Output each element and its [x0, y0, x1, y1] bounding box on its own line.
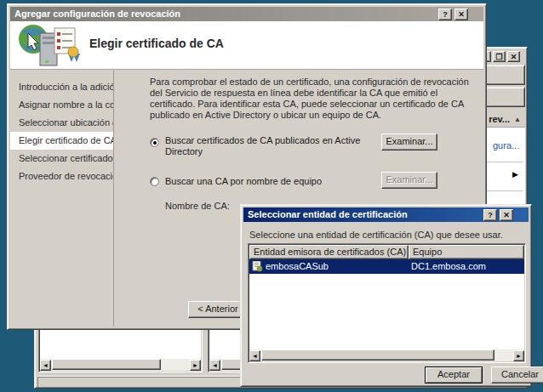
- sort-ascending-icon[interactable]: ▲: [514, 116, 521, 123]
- actions-pane-link[interactable]: gura...: [493, 140, 519, 151]
- actions-separator-2: [487, 190, 523, 191]
- cancel-button[interactable]: Cancelar: [491, 366, 543, 383]
- submenu-arrow-icon[interactable]: ▶: [512, 170, 518, 179]
- result-pane-left-hscrollbar[interactable]: ◄ ►: [40, 359, 201, 371]
- maximize-button[interactable]: ❐: [493, 51, 506, 62]
- wizard-sidebar: Introducción a la adició... Asignar nomb…: [10, 71, 114, 327]
- select-ca-instruction: Seleccione una entidad de certificación …: [249, 230, 503, 240]
- scroll-left-icon[interactable]: ◄: [209, 360, 220, 371]
- close-button[interactable]: ✕: [500, 209, 513, 221]
- actions-separator-1: [487, 162, 523, 162]
- back-button[interactable]: < Anterior: [188, 301, 248, 318]
- wizard-titlebar[interactable]: Agregar configuración de revocación: [10, 7, 483, 21]
- scroll-right-icon[interactable]: ►: [190, 360, 201, 371]
- close-button[interactable]: ✕: [507, 51, 520, 62]
- column-header-computer[interactable]: Equipo: [409, 245, 524, 259]
- radio-search-computer[interactable]: [150, 177, 159, 186]
- ca-list: Entidad emisora de certificados (CA) Equ…: [248, 243, 526, 363]
- select-ca-dialog: Seleccionar entidad de certificación ? ✕…: [240, 204, 532, 387]
- help-button[interactable]: ?: [483, 209, 497, 221]
- result-pane-left: ◄ ►: [38, 328, 203, 372]
- sidebar-item-proveedor[interactable]: Proveedor de revocación: [10, 168, 113, 185]
- column-header-ca[interactable]: Entidad emisora de certificados (CA): [249, 245, 409, 259]
- browse-ad-button[interactable]: Examinar...: [381, 134, 437, 151]
- help-button[interactable]: ?: [438, 9, 452, 20]
- wizard-title: Agregar configuración de revocación: [14, 9, 180, 19]
- close-button[interactable]: ✕: [454, 9, 468, 20]
- wizard-header: Elegir certificado de CA: [10, 21, 483, 70]
- ca-list-hscrollbar[interactable]: ◄ ►: [249, 349, 524, 361]
- browse-computer-button: Examinar...: [381, 172, 437, 189]
- scrollbar-thumb[interactable]: [261, 349, 494, 361]
- ca-list-row-selected[interactable]: embosaCASub DC1.embosa.com: [249, 259, 524, 274]
- radio-search-active-directory[interactable]: [150, 138, 159, 147]
- scroll-right-icon[interactable]: ►: [513, 350, 524, 361]
- sidebar-item-introduccion[interactable]: Introducción a la adició...: [10, 78, 113, 96]
- sidebar-item-asignar-nombre[interactable]: Asignar nombre a la co...: [10, 96, 113, 114]
- ca-computer-cell: DC1.embosa.com: [411, 259, 486, 274]
- ca-list-header: Entidad emisora de certificados (CA) Equ…: [249, 245, 524, 259]
- ca-name-cell: embosaCASub: [266, 259, 329, 274]
- ca-name-label: Nombre de CA:: [165, 201, 230, 211]
- ok-button[interactable]: Aceptar: [425, 366, 483, 383]
- sidebar-item-seleccionar-certificado[interactable]: Seleccionar certificado ...: [10, 150, 113, 168]
- page-title: Elegir certificado de CA: [89, 37, 224, 50]
- certificate-icon: [252, 261, 263, 272]
- scroll-left-icon[interactable]: ◄: [249, 350, 260, 361]
- sidebar-item-elegir-certificado[interactable]: Elegir certificado de CA: [10, 132, 113, 150]
- desktop: _ ❐ ✕ e rev... ▲ gura... ▶ ◄ ► ◄: [0, 0, 543, 392]
- sidebar-item-ubicacion[interactable]: Seleccionar ubicación d...: [10, 114, 113, 132]
- page-description: Para comprobar el estado de un certifica…: [150, 77, 475, 121]
- scroll-left-icon[interactable]: ◄: [40, 360, 51, 371]
- select-ca-title: Seleccionar entidad de certificación: [248, 209, 408, 219]
- radio-search-computer-label[interactable]: Buscar una CA por nombre de equipo: [165, 176, 376, 186]
- radio-search-active-directory-label[interactable]: Buscar certificados de CA publicados en …: [165, 135, 376, 157]
- revocation-configuration-icon: [17, 23, 82, 71]
- scrollbar-thumb[interactable]: [52, 359, 161, 370]
